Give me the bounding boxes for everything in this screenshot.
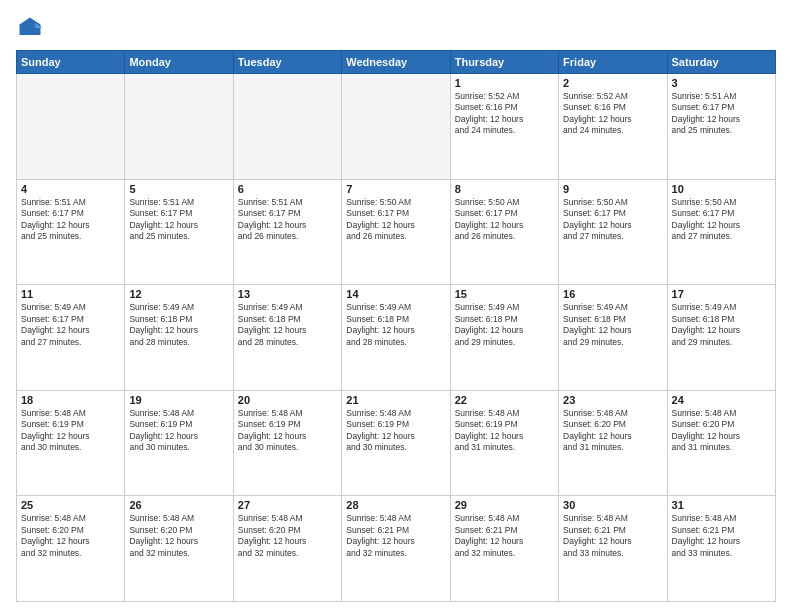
day-number: 11 (21, 288, 120, 300)
calendar-day-header: Sunday (17, 51, 125, 74)
calendar-day-cell: 25Sunrise: 5:48 AM Sunset: 6:20 PM Dayli… (17, 496, 125, 602)
day-info: Sunrise: 5:48 AM Sunset: 6:20 PM Dayligh… (238, 513, 337, 559)
day-info: Sunrise: 5:51 AM Sunset: 6:17 PM Dayligh… (238, 197, 337, 243)
calendar-day-cell: 28Sunrise: 5:48 AM Sunset: 6:21 PM Dayli… (342, 496, 450, 602)
day-number: 21 (346, 394, 445, 406)
calendar-table: SundayMondayTuesdayWednesdayThursdayFrid… (16, 50, 776, 602)
day-info: Sunrise: 5:48 AM Sunset: 6:19 PM Dayligh… (238, 408, 337, 454)
calendar-day-cell: 18Sunrise: 5:48 AM Sunset: 6:19 PM Dayli… (17, 390, 125, 496)
calendar-day-cell: 29Sunrise: 5:48 AM Sunset: 6:21 PM Dayli… (450, 496, 558, 602)
calendar-day-cell: 31Sunrise: 5:48 AM Sunset: 6:21 PM Dayli… (667, 496, 775, 602)
calendar-day-cell: 6Sunrise: 5:51 AM Sunset: 6:17 PM Daylig… (233, 179, 341, 285)
day-info: Sunrise: 5:50 AM Sunset: 6:17 PM Dayligh… (563, 197, 662, 243)
day-info: Sunrise: 5:51 AM Sunset: 6:17 PM Dayligh… (21, 197, 120, 243)
calendar-day-cell: 14Sunrise: 5:49 AM Sunset: 6:18 PM Dayli… (342, 285, 450, 391)
day-info: Sunrise: 5:49 AM Sunset: 6:18 PM Dayligh… (563, 302, 662, 348)
calendar-day-cell: 23Sunrise: 5:48 AM Sunset: 6:20 PM Dayli… (559, 390, 667, 496)
day-number: 2 (563, 77, 662, 89)
calendar-week-row: 25Sunrise: 5:48 AM Sunset: 6:20 PM Dayli… (17, 496, 776, 602)
day-info: Sunrise: 5:49 AM Sunset: 6:18 PM Dayligh… (238, 302, 337, 348)
day-number: 24 (672, 394, 771, 406)
day-number: 7 (346, 183, 445, 195)
day-number: 13 (238, 288, 337, 300)
calendar-day-cell: 12Sunrise: 5:49 AM Sunset: 6:18 PM Dayli… (125, 285, 233, 391)
day-info: Sunrise: 5:48 AM Sunset: 6:20 PM Dayligh… (672, 408, 771, 454)
calendar-body: 1Sunrise: 5:52 AM Sunset: 6:16 PM Daylig… (17, 74, 776, 602)
calendar-day-cell: 4Sunrise: 5:51 AM Sunset: 6:17 PM Daylig… (17, 179, 125, 285)
day-number: 31 (672, 499, 771, 511)
day-info: Sunrise: 5:48 AM Sunset: 6:20 PM Dayligh… (129, 513, 228, 559)
page: SundayMondayTuesdayWednesdayThursdayFrid… (0, 0, 792, 612)
calendar-day-cell: 9Sunrise: 5:50 AM Sunset: 6:17 PM Daylig… (559, 179, 667, 285)
day-info: Sunrise: 5:49 AM Sunset: 6:18 PM Dayligh… (129, 302, 228, 348)
calendar-day-header: Monday (125, 51, 233, 74)
calendar-day-cell: 13Sunrise: 5:49 AM Sunset: 6:18 PM Dayli… (233, 285, 341, 391)
day-number: 10 (672, 183, 771, 195)
logo-icon (16, 14, 44, 42)
day-number: 15 (455, 288, 554, 300)
calendar-week-row: 11Sunrise: 5:49 AM Sunset: 6:17 PM Dayli… (17, 285, 776, 391)
day-number: 26 (129, 499, 228, 511)
calendar-day-cell: 26Sunrise: 5:48 AM Sunset: 6:20 PM Dayli… (125, 496, 233, 602)
calendar-day-cell: 30Sunrise: 5:48 AM Sunset: 6:21 PM Dayli… (559, 496, 667, 602)
day-info: Sunrise: 5:49 AM Sunset: 6:18 PM Dayligh… (672, 302, 771, 348)
calendar-day-header: Tuesday (233, 51, 341, 74)
calendar-day-header: Saturday (667, 51, 775, 74)
calendar-header-row: SundayMondayTuesdayWednesdayThursdayFrid… (17, 51, 776, 74)
day-number: 20 (238, 394, 337, 406)
day-info: Sunrise: 5:50 AM Sunset: 6:17 PM Dayligh… (346, 197, 445, 243)
day-info: Sunrise: 5:48 AM Sunset: 6:20 PM Dayligh… (21, 513, 120, 559)
day-info: Sunrise: 5:48 AM Sunset: 6:21 PM Dayligh… (672, 513, 771, 559)
calendar-day-header: Friday (559, 51, 667, 74)
calendar-day-cell: 16Sunrise: 5:49 AM Sunset: 6:18 PM Dayli… (559, 285, 667, 391)
day-info: Sunrise: 5:50 AM Sunset: 6:17 PM Dayligh… (455, 197, 554, 243)
day-info: Sunrise: 5:48 AM Sunset: 6:21 PM Dayligh… (455, 513, 554, 559)
day-number: 17 (672, 288, 771, 300)
day-number: 14 (346, 288, 445, 300)
calendar-day-cell: 21Sunrise: 5:48 AM Sunset: 6:19 PM Dayli… (342, 390, 450, 496)
day-info: Sunrise: 5:51 AM Sunset: 6:17 PM Dayligh… (672, 91, 771, 137)
day-info: Sunrise: 5:48 AM Sunset: 6:21 PM Dayligh… (563, 513, 662, 559)
calendar-day-cell: 22Sunrise: 5:48 AM Sunset: 6:19 PM Dayli… (450, 390, 558, 496)
day-number: 19 (129, 394, 228, 406)
day-number: 23 (563, 394, 662, 406)
calendar-day-cell (233, 74, 341, 180)
calendar-day-cell (17, 74, 125, 180)
calendar-day-cell: 3Sunrise: 5:51 AM Sunset: 6:17 PM Daylig… (667, 74, 775, 180)
day-number: 30 (563, 499, 662, 511)
calendar-day-cell (342, 74, 450, 180)
calendar-day-cell: 11Sunrise: 5:49 AM Sunset: 6:17 PM Dayli… (17, 285, 125, 391)
calendar-day-cell: 20Sunrise: 5:48 AM Sunset: 6:19 PM Dayli… (233, 390, 341, 496)
day-number: 16 (563, 288, 662, 300)
day-number: 8 (455, 183, 554, 195)
day-info: Sunrise: 5:52 AM Sunset: 6:16 PM Dayligh… (455, 91, 554, 137)
calendar-day-cell: 15Sunrise: 5:49 AM Sunset: 6:18 PM Dayli… (450, 285, 558, 391)
day-info: Sunrise: 5:49 AM Sunset: 6:18 PM Dayligh… (346, 302, 445, 348)
day-info: Sunrise: 5:48 AM Sunset: 6:21 PM Dayligh… (346, 513, 445, 559)
header (16, 14, 776, 42)
day-number: 12 (129, 288, 228, 300)
day-info: Sunrise: 5:51 AM Sunset: 6:17 PM Dayligh… (129, 197, 228, 243)
day-number: 6 (238, 183, 337, 195)
day-number: 3 (672, 77, 771, 89)
day-number: 29 (455, 499, 554, 511)
day-info: Sunrise: 5:48 AM Sunset: 6:20 PM Dayligh… (563, 408, 662, 454)
day-number: 28 (346, 499, 445, 511)
day-number: 18 (21, 394, 120, 406)
day-info: Sunrise: 5:48 AM Sunset: 6:19 PM Dayligh… (455, 408, 554, 454)
calendar-day-cell: 7Sunrise: 5:50 AM Sunset: 6:17 PM Daylig… (342, 179, 450, 285)
day-number: 9 (563, 183, 662, 195)
day-number: 22 (455, 394, 554, 406)
calendar-day-cell: 1Sunrise: 5:52 AM Sunset: 6:16 PM Daylig… (450, 74, 558, 180)
calendar-day-cell: 8Sunrise: 5:50 AM Sunset: 6:17 PM Daylig… (450, 179, 558, 285)
calendar-day-header: Thursday (450, 51, 558, 74)
calendar-day-cell: 24Sunrise: 5:48 AM Sunset: 6:20 PM Dayli… (667, 390, 775, 496)
day-info: Sunrise: 5:52 AM Sunset: 6:16 PM Dayligh… (563, 91, 662, 137)
calendar-day-cell: 27Sunrise: 5:48 AM Sunset: 6:20 PM Dayli… (233, 496, 341, 602)
calendar-week-row: 4Sunrise: 5:51 AM Sunset: 6:17 PM Daylig… (17, 179, 776, 285)
logo (16, 14, 48, 42)
calendar-day-cell: 5Sunrise: 5:51 AM Sunset: 6:17 PM Daylig… (125, 179, 233, 285)
day-number: 4 (21, 183, 120, 195)
calendar-day-cell (125, 74, 233, 180)
calendar-day-cell: 19Sunrise: 5:48 AM Sunset: 6:19 PM Dayli… (125, 390, 233, 496)
